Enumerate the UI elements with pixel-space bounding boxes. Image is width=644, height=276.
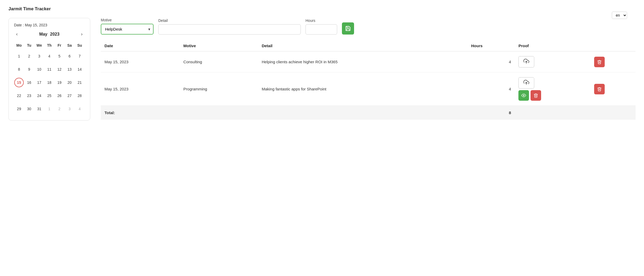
cell-actions — [590, 72, 636, 106]
calendar-day[interactable]: 14 — [75, 63, 85, 76]
calendar-body: 1234567891011121314151617181920212223242… — [14, 50, 85, 115]
calendar-day[interactable]: 20 — [64, 76, 74, 89]
table-row: May 15, 2023ConsultingHelping clients ac… — [101, 51, 636, 72]
cal-weekday-header: Su — [75, 42, 85, 50]
next-month-button[interactable]: › — [79, 31, 85, 37]
cal-weekday-header: Th — [44, 42, 54, 50]
cell-motive: Consulting — [180, 51, 258, 72]
detail-input[interactable] — [158, 24, 301, 35]
cal-weekday-header: Mo — [14, 42, 24, 50]
motive-label: Motive — [101, 18, 154, 22]
cell-date: May 15, 2023 — [101, 51, 180, 72]
app-title: Jarmit Time Tracker — [8, 6, 636, 12]
calendar-day[interactable]: 25 — [44, 89, 54, 102]
view-proof-button[interactable] — [518, 90, 529, 101]
cell-motive: Programming — [180, 72, 258, 106]
calendar-day[interactable]: 24 — [34, 89, 44, 102]
calendar-nav: ‹ May 2023 › — [14, 31, 85, 37]
calendar-day[interactable]: 9 — [24, 63, 34, 76]
calendar-day[interactable]: 11 — [44, 63, 54, 76]
calendar-day[interactable]: 12 — [54, 63, 64, 76]
total-empty-3 — [515, 106, 590, 120]
cell-date: May 15, 2023 — [101, 72, 180, 106]
calendar-panel: Date : May 15, 2023 ‹ May 2023 › MoTuWeT… — [8, 18, 90, 120]
calendar-day[interactable]: 4 — [44, 50, 54, 63]
delete-row-button[interactable] — [594, 84, 605, 94]
hours-input[interactable] — [306, 24, 337, 35]
calendar-day[interactable]: 3 — [64, 102, 74, 115]
calendar-day[interactable]: 17 — [34, 76, 44, 89]
th-detail: Detail — [258, 41, 468, 51]
proof-upload-button[interactable] — [518, 56, 534, 67]
svg-point-2 — [523, 95, 524, 96]
total-value: 8 — [468, 106, 515, 120]
calendar-day[interactable]: 4 — [75, 102, 85, 115]
cell-hours: 4 — [468, 72, 515, 106]
calendar-day[interactable]: 1 — [14, 50, 24, 63]
table-header-row: Date Motive Detail Hours Proof — [101, 41, 636, 51]
calendar-day[interactable]: 2 — [54, 102, 64, 115]
cal-weekday-header: Sa — [64, 42, 74, 50]
calendar-day[interactable]: 7 — [75, 50, 85, 63]
hours-field-group: Hours — [306, 18, 337, 35]
delete-proof-button[interactable] — [531, 90, 541, 101]
th-motive: Motive — [180, 41, 258, 51]
right-panel: Motive HelpDeskConsultingProgrammingMeet… — [101, 18, 636, 120]
motive-select[interactable]: HelpDeskConsultingProgrammingMeetingOthe… — [101, 24, 154, 35]
th-proof: Proof — [515, 41, 590, 51]
calendar-day[interactable]: 27 — [64, 89, 74, 102]
calendar-day[interactable]: 23 — [24, 89, 34, 102]
cal-weekday-header: Fr — [54, 42, 64, 50]
cell-hours: 4 — [468, 51, 515, 72]
cell-detail: Making fantastic apps for SharePoint — [258, 72, 468, 106]
calendar-day[interactable]: 2 — [24, 50, 34, 63]
calendar-day[interactable]: 18 — [44, 76, 54, 89]
total-empty-1 — [180, 106, 258, 120]
save-icon — [345, 26, 351, 31]
calendar-day[interactable]: 26 — [54, 89, 64, 102]
th-actions — [590, 41, 636, 51]
cell-proof — [515, 51, 590, 72]
calendar-day[interactable]: 19 — [54, 76, 64, 89]
calendar-day[interactable]: 3 — [34, 50, 44, 63]
calendar-day[interactable]: 10 — [34, 63, 44, 76]
calendar-week-row: 891011121314 — [14, 63, 85, 76]
cell-detail: Helping clients achieve higher ROI in M3… — [258, 51, 468, 72]
calendar-day[interactable]: 31 — [34, 102, 44, 115]
prev-month-button[interactable]: ‹ — [14, 31, 20, 37]
calendar-day[interactable]: 1 — [44, 102, 54, 115]
calendar-week-row: 15161718192021 — [14, 76, 85, 89]
th-hours: Hours — [468, 41, 515, 51]
calendar-day[interactable]: 28 — [75, 89, 85, 102]
time-table: Date Motive Detail Hours Proof May 15, 2… — [101, 41, 636, 120]
calendar-day[interactable]: 15 — [14, 76, 24, 89]
motive-select-wrapper: HelpDeskConsultingProgrammingMeetingOthe… — [101, 24, 154, 35]
th-date: Date — [101, 41, 180, 51]
total-row: Total: 8 — [101, 106, 636, 120]
calendar-grid: MoTuWeThFrSaSu 1234567891011121314151617… — [14, 42, 85, 115]
table-row: May 15, 2023ProgrammingMaking fantastic … — [101, 72, 636, 106]
calendar-day[interactable]: 16 — [24, 76, 34, 89]
cell-proof — [515, 72, 590, 106]
calendar-day[interactable]: 5 — [54, 50, 64, 63]
delete-row-button[interactable] — [594, 57, 605, 67]
language-select[interactable]: en fr de — [612, 12, 627, 19]
calendar-year: 2023 — [50, 32, 60, 37]
calendar-day[interactable]: 6 — [64, 50, 74, 63]
calendar-day[interactable]: 8 — [14, 63, 24, 76]
proof-upload-button[interactable] — [518, 77, 534, 89]
detail-label: Detail — [158, 18, 301, 23]
calendar-day[interactable]: 30 — [24, 102, 34, 115]
cell-actions — [590, 51, 636, 72]
cal-weekday-header: We — [34, 42, 44, 50]
total-empty-4 — [590, 106, 636, 120]
save-button[interactable] — [342, 22, 354, 35]
calendar-day[interactable]: 22 — [14, 89, 24, 102]
calendar-week-row: 22232425262728 — [14, 89, 85, 102]
calendar-day[interactable]: 29 — [14, 102, 24, 115]
calendar-day[interactable]: 21 — [75, 76, 85, 89]
calendar-date-label: Date : May 15, 2023 — [14, 23, 85, 27]
calendar-day[interactable]: 13 — [64, 63, 74, 76]
hours-label: Hours — [306, 18, 337, 23]
calendar-month: May — [39, 32, 47, 37]
